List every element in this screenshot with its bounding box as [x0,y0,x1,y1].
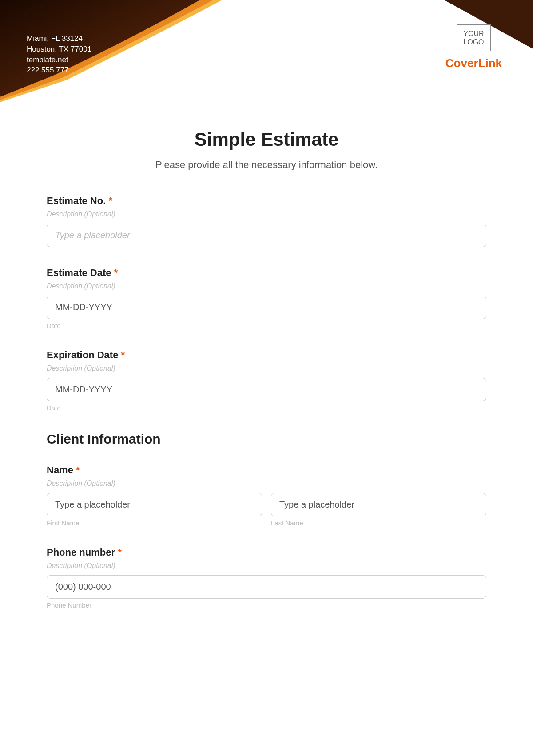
address-line-1: Miami, FL 33124 [27,33,91,44]
phone: 222 555 777 [27,65,91,76]
estimate-date-input[interactable] [47,296,486,319]
header-brand-area: YOURLOGO CoverLink [445,24,502,70]
last-name-input[interactable] [271,493,486,516]
first-name-sublabel: First Name [47,519,262,527]
expiration-date-input[interactable] [47,378,486,401]
estimate-date-desc: Description (Optional) [47,282,486,290]
phone-sublabel: Phone Number [47,601,486,609]
expiration-date-label: Expiration Date * [47,349,486,361]
expiration-date-desc: Description (Optional) [47,364,486,372]
form-subtitle: Please provide all the necessary informa… [47,159,486,171]
field-estimate-no: Estimate No. * Description (Optional) [47,195,486,247]
estimate-date-label: Estimate Date * [47,267,486,279]
last-name-sublabel: Last Name [271,519,486,527]
estimate-date-sublabel: Date [47,322,486,329]
website: template.net [27,55,91,65]
address-line-2: Houston, TX 77001 [27,44,91,55]
estimate-no-input[interactable] [47,224,486,247]
field-phone: Phone number * Description (Optional) Ph… [47,547,486,609]
brand-name: CoverLink [445,56,502,70]
name-desc: Description (Optional) [47,480,486,488]
phone-input[interactable] [47,575,486,599]
logo-placeholder: YOURLOGO [457,24,490,51]
form-title: Simple Estimate [47,129,486,150]
phone-label: Phone number * [47,547,486,558]
estimate-no-label: Estimate No. * [47,195,486,207]
form-container: Simple Estimate Please provide all the n… [0,102,533,647]
first-name-input[interactable] [47,493,262,516]
header-contact-info: Miami, FL 33124 Houston, TX 77001 templa… [27,33,91,76]
phone-desc: Description (Optional) [47,562,486,570]
field-name: Name * Description (Optional) First Name… [47,464,486,527]
header: Miami, FL 33124 Houston, TX 77001 templa… [0,0,533,102]
client-info-heading: Client Information [47,432,486,447]
field-estimate-date: Estimate Date * Description (Optional) D… [47,267,486,329]
field-expiration-date: Expiration Date * Description (Optional)… [47,349,486,412]
expiration-date-sublabel: Date [47,404,486,412]
estimate-no-desc: Description (Optional) [47,210,486,218]
name-label: Name * [47,464,486,476]
